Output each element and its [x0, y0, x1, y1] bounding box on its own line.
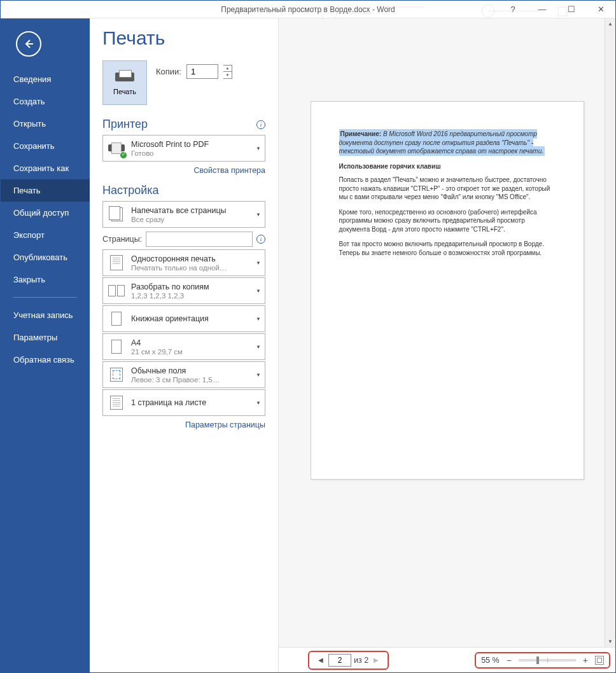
- sides-dropdown[interactable]: Односторонняя печать Печатать только на …: [102, 249, 265, 276]
- chevron-down-icon: ▼: [256, 212, 261, 218]
- close-button[interactable]: ✕: [586, 1, 615, 18]
- print-range-dropdown[interactable]: Напечатать все страницы Все сразу ▼: [102, 201, 265, 228]
- help-button[interactable]: ?: [498, 1, 528, 18]
- page-navigator: ◀ из 2 ▶: [308, 651, 389, 670]
- per-sheet-icon: [110, 396, 123, 410]
- title-bar: Предварительный просмотр в Ворде.docx - …: [1, 1, 615, 18]
- scroll-down-icon[interactable]: ▼: [605, 636, 615, 647]
- margins-dropdown[interactable]: Обычные поля Левое: 3 см Правое: 1,5… ▼: [102, 361, 265, 388]
- print-button[interactable]: Печать: [102, 60, 147, 105]
- copies-label: Копии:: [156, 67, 181, 76]
- spinner-down-icon[interactable]: ▼: [223, 72, 232, 78]
- pages-label: Страницы:: [102, 235, 142, 244]
- sidebar-item-options[interactable]: Параметры: [1, 326, 90, 349]
- margins-icon: [110, 368, 123, 382]
- orientation-dropdown[interactable]: Книжная ориентация ▼: [102, 305, 265, 332]
- preview-page: Примечание: В Microsoft Word 2016 предва…: [311, 101, 584, 480]
- sidebar-item-account[interactable]: Учетная запись: [1, 304, 90, 326]
- fit-page-button[interactable]: [595, 656, 604, 665]
- sidebar-item-open[interactable]: Открыть: [1, 113, 90, 135]
- sidebar-item-saveas[interactable]: Сохранить как: [1, 157, 90, 179]
- arrow-left-icon: [23, 38, 34, 50]
- chevron-down-icon: ▼: [256, 316, 261, 322]
- preview-area: Примечание: В Microsoft Word 2016 предва…: [278, 18, 615, 672]
- sidebar-item-share[interactable]: Общий доступ: [1, 202, 90, 224]
- maximize-button[interactable]: ☐: [557, 1, 586, 18]
- collate-dropdown[interactable]: Разобрать по копиям 1,2,3 1,2,3 1,2,3 ▼: [102, 277, 265, 304]
- chevron-down-icon: ▼: [256, 372, 261, 378]
- printer-section-title: Принтер i: [102, 118, 265, 131]
- chevron-down-icon: ▼: [256, 146, 261, 151]
- zoom-in-button[interactable]: +: [581, 655, 590, 665]
- settings-section-title: Настройка: [102, 184, 265, 197]
- sidebar-item-print[interactable]: Печать: [1, 179, 90, 202]
- print-panel: Печать Печать Копии: ▲▼ Принтер i Micros…: [90, 18, 278, 672]
- vertical-scrollbar[interactable]: ▲ ▼: [605, 18, 615, 647]
- copies-input[interactable]: [186, 64, 218, 79]
- papersize-dropdown[interactable]: A4 21 см x 29,7 см ▼: [102, 333, 265, 360]
- sidebar-item-save[interactable]: Сохранить: [1, 135, 90, 157]
- preview-scroll[interactable]: Примечание: В Microsoft Word 2016 предва…: [279, 18, 615, 647]
- prev-page-button[interactable]: ◀: [316, 656, 326, 663]
- zoom-out-button[interactable]: −: [505, 655, 514, 665]
- sidebar-item-close[interactable]: Закрыть: [1, 268, 90, 291]
- pages-per-sheet-dropdown[interactable]: 1 страница на листе ▼: [102, 389, 265, 416]
- svg-point-1: [482, 4, 494, 17]
- zoom-control: 55 % − +: [475, 652, 610, 669]
- spinner-up-icon[interactable]: ▲: [223, 66, 232, 72]
- backstage-sidebar: Сведения Создать Открыть Сохранить Сохра…: [1, 18, 90, 672]
- zoom-label: 55 %: [481, 656, 500, 665]
- ready-check-icon: [120, 151, 127, 159]
- preview-status-bar: ◀ из 2 ▶ 55 % − +: [279, 647, 615, 672]
- chevron-down-icon: ▼: [256, 260, 261, 266]
- next-page-button[interactable]: ▶: [371, 656, 381, 663]
- info-icon[interactable]: i: [256, 235, 265, 244]
- sidebar-item-publish[interactable]: Опубликовать: [1, 246, 90, 268]
- window-title: Предварительный просмотр в Ворде.docx - …: [221, 5, 395, 14]
- copies-spinner[interactable]: ▲▼: [223, 65, 232, 79]
- single-side-icon: [110, 255, 123, 270]
- scroll-up-icon[interactable]: ▲: [605, 18, 615, 29]
- minimize-button[interactable]: —: [528, 1, 557, 18]
- page-total-label: из 2: [354, 656, 368, 665]
- zoom-slider[interactable]: [519, 659, 576, 662]
- info-icon[interactable]: i: [256, 120, 265, 129]
- sidebar-item-feedback[interactable]: Обратная связь: [1, 349, 90, 371]
- chevron-down-icon: ▼: [256, 344, 261, 350]
- chevron-down-icon: ▼: [256, 400, 261, 406]
- pages-icon: [109, 206, 124, 223]
- pages-input[interactable]: [146, 232, 253, 247]
- print-heading: Печать: [102, 27, 265, 49]
- chevron-down-icon: ▼: [256, 288, 261, 294]
- sidebar-separator: [13, 297, 77, 298]
- page-setup-link[interactable]: Параметры страницы: [185, 420, 265, 429]
- current-page-input[interactable]: [328, 654, 351, 667]
- printer-properties-link[interactable]: Свойства принтера: [194, 166, 265, 175]
- printer-dropdown[interactable]: Microsoft Print to PDF Готово ▼: [102, 135, 265, 162]
- portrait-icon: [111, 312, 122, 326]
- collate-icon: [108, 285, 125, 296]
- printer-icon: [115, 70, 134, 85]
- back-button[interactable]: [16, 31, 41, 57]
- sidebar-item-new[interactable]: Создать: [1, 90, 90, 113]
- sidebar-item-info[interactable]: Сведения: [1, 68, 90, 90]
- a4-icon: [111, 340, 122, 354]
- sidebar-item-export[interactable]: Экспорт: [1, 224, 90, 246]
